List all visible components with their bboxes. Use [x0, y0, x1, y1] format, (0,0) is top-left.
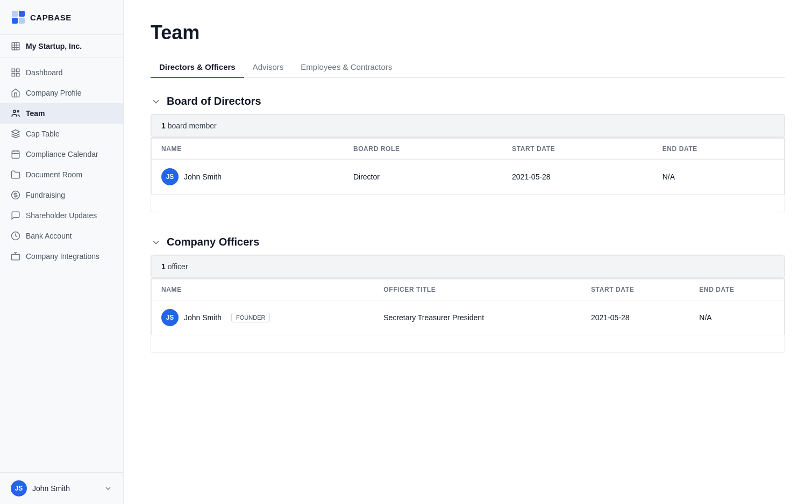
- officers-col-name: NAME: [152, 279, 374, 300]
- founder-badge: FOUNDER: [231, 313, 270, 322]
- officer-name: John Smith: [184, 313, 222, 322]
- tab-employees-contractors[interactable]: Employees & Contractors: [292, 57, 401, 78]
- dashboard-icon: [11, 68, 20, 77]
- capbase-logo-icon: [11, 10, 26, 25]
- main-content: Team Directors & Officers Advisors Emplo…: [124, 0, 812, 504]
- bank-icon: [11, 231, 20, 241]
- board-summary-bar: 1 board member: [151, 114, 785, 137]
- tab-advisors[interactable]: Advisors: [244, 57, 293, 78]
- sidebar-item-label-team: Team: [26, 109, 45, 118]
- avatar: JS: [161, 168, 179, 185]
- sidebar-item-label-document-room: Document Room: [26, 170, 82, 179]
- board-member-name: John Smith: [184, 172, 222, 181]
- board-member-end: N/A: [653, 160, 785, 195]
- officer-end-date: N/A: [689, 300, 784, 335]
- officers-table: NAME OFFICER TITLE START DATE END DATE J…: [151, 279, 785, 335]
- sidebar-nav: Dashboard Company Profile Team Cap Table: [0, 58, 123, 472]
- fundraising-icon: [11, 190, 20, 200]
- avatar: JS: [161, 309, 179, 326]
- svg-rect-2: [12, 18, 18, 24]
- board-summary-wrapper: 1 board member: [151, 114, 785, 138]
- logo-text: CAPBASE: [30, 13, 72, 22]
- svg-rect-5: [12, 69, 15, 71]
- board-col-start: START DATE: [502, 139, 653, 160]
- officer-start-date: 2021-05-28: [581, 300, 689, 335]
- board-of-directors-section: Board of Directors 1 board member NAME B…: [151, 95, 785, 232]
- building-icon: [11, 41, 20, 51]
- company-selector[interactable]: My Startup, Inc.: [0, 35, 123, 58]
- sidebar-item-team[interactable]: Team: [0, 103, 123, 124]
- officers-col-title: OFFICER TITLE: [374, 279, 581, 300]
- board-table: NAME BOARD ROLE START DATE END DATE JS: [151, 138, 785, 195]
- sidebar-item-label-compliance: Compliance Calendar: [26, 150, 98, 159]
- svg-rect-4: [12, 42, 19, 50]
- board-row-name-cell: JS John Smith: [152, 160, 344, 195]
- cap-table-icon: [11, 129, 20, 139]
- svg-rect-7: [12, 74, 15, 76]
- sidebar-item-compliance-calendar[interactable]: Compliance Calendar: [0, 144, 123, 164]
- sidebar-item-bank-account[interactable]: Bank Account: [0, 226, 123, 246]
- sidebar-item-label-integrations: Company Integrations: [26, 252, 99, 261]
- board-table-wrapper: NAME BOARD ROLE START DATE END DATE JS: [151, 138, 785, 212]
- updates-icon: [11, 211, 20, 220]
- board-col-end: END DATE: [653, 139, 785, 160]
- board-member-role: Director: [344, 160, 502, 195]
- officers-section-title: Company Officers: [167, 236, 259, 248]
- board-member-label: board member: [168, 121, 217, 130]
- svg-point-10: [17, 111, 19, 112]
- sidebar-item-fundraising[interactable]: Fundraising: [0, 185, 123, 205]
- sidebar-item-label-fundraising: Fundraising: [26, 191, 65, 199]
- officer-label: officer: [168, 262, 188, 271]
- sidebar-item-shareholder-updates[interactable]: Shareholder Updates: [0, 205, 123, 226]
- officers-section-header: Company Officers: [151, 236, 785, 248]
- svg-rect-3: [19, 18, 25, 24]
- company-name: My Startup, Inc.: [26, 42, 82, 51]
- company-profile-icon: [11, 88, 20, 98]
- sidebar-item-document-room[interactable]: Document Room: [0, 164, 123, 185]
- team-icon: [11, 109, 20, 118]
- officers-section-toggle-icon[interactable]: [151, 237, 161, 248]
- svg-rect-1: [19, 11, 25, 17]
- svg-rect-11: [12, 151, 19, 159]
- sidebar: CAPBASE My Startup, Inc. Dashboard Compa…: [0, 0, 124, 504]
- chevron-down-icon: [104, 484, 112, 493]
- svg-rect-6: [17, 69, 19, 71]
- logo-area[interactable]: CAPBASE: [0, 0, 123, 35]
- tab-bar: Directors & Officers Advisors Employees …: [151, 57, 785, 78]
- page-title: Team: [151, 21, 785, 44]
- sidebar-item-integrations[interactable]: Company Integrations: [0, 246, 123, 267]
- board-section-header: Board of Directors: [151, 95, 785, 107]
- board-col-role: BOARD ROLE: [344, 139, 502, 160]
- sidebar-item-label-company-profile: Company Profile: [26, 89, 82, 97]
- svg-rect-8: [17, 74, 19, 76]
- sidebar-item-company-profile[interactable]: Company Profile: [0, 83, 123, 103]
- svg-rect-17: [12, 254, 20, 260]
- tab-directors-officers[interactable]: Directors & Officers: [151, 57, 244, 78]
- officer-count: 1: [161, 262, 166, 271]
- sidebar-item-cap-table[interactable]: Cap Table: [0, 124, 123, 144]
- company-officers-section: Company Officers 1 officer NAME OFFICER …: [151, 236, 785, 372]
- board-col-name: NAME: [152, 139, 344, 160]
- officers-col-start: START DATE: [581, 279, 689, 300]
- svg-rect-0: [12, 11, 18, 17]
- table-row: JS John Smith Director 2021-05-28 N/A: [152, 160, 785, 195]
- svg-point-9: [13, 110, 16, 113]
- board-section-title: Board of Directors: [167, 95, 261, 107]
- sidebar-item-label-bank: Bank Account: [26, 232, 72, 240]
- officers-summary-bar: 1 officer: [151, 255, 785, 278]
- user-name: John Smith: [32, 484, 98, 493]
- officer-row-name-cell: JS John Smith FOUNDER: [152, 300, 374, 335]
- sidebar-item-dashboard[interactable]: Dashboard: [0, 62, 123, 83]
- officer-title: Secretary Treasurer President: [374, 300, 581, 335]
- officers-table-wrapper: NAME OFFICER TITLE START DATE END DATE J…: [151, 278, 785, 353]
- integrations-icon: [11, 251, 20, 261]
- sidebar-item-label-shareholder: Shareholder Updates: [26, 211, 97, 220]
- officers-col-end: END DATE: [689, 279, 784, 300]
- board-section-toggle-icon[interactable]: [151, 96, 161, 107]
- table-row: JS John Smith FOUNDER Secretary Treasure…: [152, 300, 785, 335]
- document-icon: [11, 170, 20, 179]
- user-initials: JS: [15, 485, 23, 492]
- officers-summary-wrapper: 1 officer: [151, 255, 785, 278]
- sidebar-item-label-dashboard: Dashboard: [26, 68, 63, 77]
- user-menu[interactable]: JS John Smith: [0, 472, 123, 504]
